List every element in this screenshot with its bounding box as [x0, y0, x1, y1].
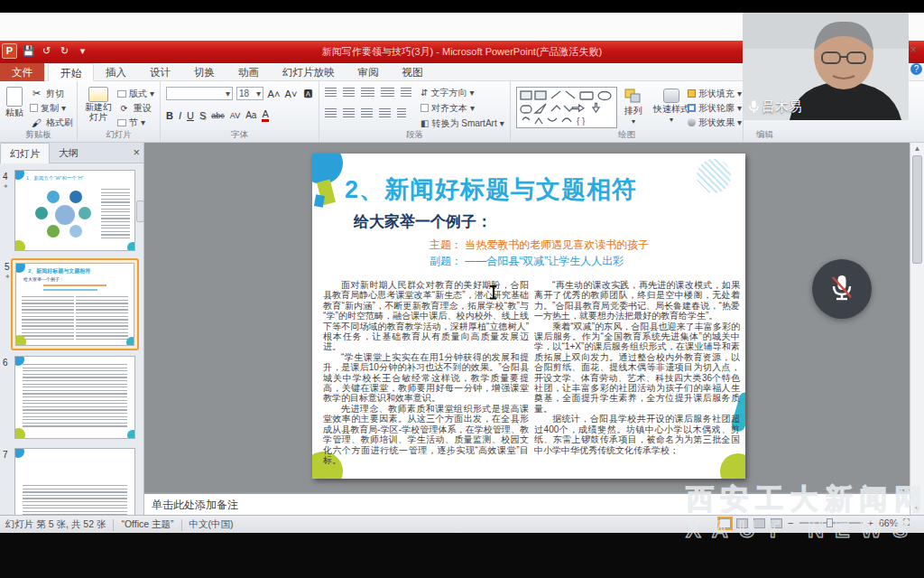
thumb-deco — [14, 170, 24, 180]
numbering-icon[interactable] — [343, 88, 355, 97]
group-paragraph: ⇵文字方向 ▾ 对齐文本 ▾ ◧转换为 SmartArt ▾ 段落 — [319, 81, 511, 142]
shape-effects-button[interactable]: 形状效果 ▾ — [688, 117, 742, 128]
align-right-icon[interactable] — [361, 108, 373, 117]
text-cursor — [489, 285, 497, 299]
thumb-text-lines — [22, 296, 74, 341]
slideshow-view-button[interactable] — [771, 518, 782, 528]
slide-thumbnail-4[interactable]: 4 ✦ 1、新闻五个“W”和一个“H” — [14, 170, 135, 251]
shapes-gallery[interactable]: { } — [516, 87, 617, 128]
bullets-icon[interactable] — [325, 88, 337, 97]
group-font: ▾ 18▾ A˄ A˅ 🅰 B I U S abc AV Aa A 字体 — [161, 81, 319, 142]
tab-design[interactable]: 设计 — [138, 63, 182, 81]
scissors-icon: ✂ — [30, 88, 43, 99]
group-label-slides: 幻灯片 — [78, 129, 160, 141]
smartart-icon: ◧ — [420, 118, 429, 128]
increase-indent-icon[interactable] — [381, 88, 394, 97]
slide-thumbnail-7[interactable]: 7 — [14, 448, 135, 515]
arrange-button[interactable]: 排列▾ — [624, 89, 642, 126]
group-label-font: 字体 — [161, 129, 319, 141]
font-color-button[interactable]: A — [262, 108, 268, 122]
paste-button[interactable]: 粘贴 — [5, 87, 23, 119]
current-slide[interactable]: 2、新闻好标题与文题相符 给大家举一个例子： 主题： 当热爱教书的老师遇见喜欢读… — [312, 154, 745, 479]
section-icon — [117, 119, 126, 126]
shape-fill-button[interactable]: 形状填充 ▾ — [688, 88, 742, 99]
body-paragraph: 据统计，合阳县学校共开设的课后服务社团超过400个，成绩斐然。坊镇中心小学以木偶… — [534, 414, 740, 455]
slide-thumbnail-5-selected[interactable]: 5 ✦ 2、新闻好标题与文题相符 给大家举一个例子： — [11, 258, 139, 350]
character-spacing-button[interactable]: AV — [230, 111, 240, 120]
participant-video[interactable]: 吕木易 — [743, 13, 909, 120]
align-left-icon[interactable] — [325, 108, 337, 117]
italic-button[interactable]: I — [179, 110, 181, 121]
thumb-deco — [15, 263, 25, 273]
slide-title: 2、新闻好标题与文题相符 — [345, 173, 637, 206]
vertical-scrollbar[interactable]: ▲ ▼ — [910, 143, 924, 515]
tab-transitions[interactable]: 切换 — [182, 63, 226, 81]
tab-view[interactable]: 视图 — [391, 63, 435, 81]
slide-thumbnail-6[interactable]: 6 — [14, 356, 135, 439]
align-text-button[interactable]: 对齐文本 ▾ — [420, 102, 504, 114]
thumb-title: 2、新闻好标题与文题相符 — [28, 267, 90, 275]
columns-icon[interactable] — [397, 108, 406, 117]
convert-smartart-button[interactable]: ◧转换为 SmartArt ▾ — [420, 117, 504, 129]
line-spacing-icon[interactable] — [401, 88, 411, 97]
text-shadow-button[interactable]: S — [199, 110, 206, 121]
justify-icon[interactable] — [379, 108, 391, 117]
layout-button[interactable]: 版式 ▾ — [117, 88, 154, 99]
tab-file[interactable]: 文件 — [0, 63, 44, 81]
microphone-mute-button[interactable] — [812, 259, 872, 319]
copy-button[interactable]: 复制 ▾ — [30, 102, 73, 114]
quick-styles-button[interactable]: 快速样式▾ — [653, 89, 689, 124]
tab-slideshow[interactable]: 幻灯片放映 — [271, 63, 346, 81]
shape-effects-icon — [688, 118, 696, 126]
zoom-out-icon[interactable]: − — [788, 517, 793, 528]
strikethrough-button[interactable]: abc — [211, 111, 225, 120]
paste-icon — [6, 87, 23, 107]
clear-formatting-icon[interactable]: 🅰 — [301, 88, 315, 99]
zoom-percentage[interactable]: 66% — [879, 517, 898, 528]
diagram-circle — [69, 191, 82, 203]
slide-topic-line: 主题： 当热爱教书的老师遇见喜欢读书的孩子 — [430, 238, 649, 253]
help-icon[interactable]: ? — [910, 63, 922, 75]
cut-button[interactable]: ✂剪切 — [30, 88, 73, 99]
align-center-icon[interactable] — [343, 108, 355, 117]
underline-button[interactable]: U — [187, 110, 194, 121]
language-indicator[interactable]: 中文(中国) — [189, 518, 234, 531]
thumb-text-lines — [101, 189, 130, 238]
reset-icon: ⟳ — [117, 104, 131, 113]
reading-view-button[interactable] — [753, 518, 765, 528]
slide-sorter-view-button[interactable] — [736, 518, 748, 528]
format-painter-icon: 🖌 — [30, 117, 43, 128]
tab-outline[interactable]: 大纲 — [50, 143, 88, 163]
normal-view-button[interactable] — [719, 518, 731, 528]
zoom-slider-handle[interactable] — [827, 518, 833, 527]
change-case-button[interactable]: Aa — [245, 110, 256, 120]
panel-close-icon[interactable]: × — [133, 145, 140, 159]
decrease-indent-icon[interactable] — [361, 88, 374, 97]
grow-font-icon[interactable]: A˄ — [267, 89, 281, 99]
scrollbar-thumb[interactable] — [912, 155, 922, 264]
text-direction-button[interactable]: ⇵文字方向 ▾ — [420, 87, 504, 98]
close-icon[interactable]: × — [910, 43, 917, 56]
tab-home[interactable]: 开始 — [48, 63, 94, 81]
thumb-deco — [127, 242, 135, 251]
font-name-combobox[interactable]: ▾ — [166, 87, 233, 100]
font-size-combobox[interactable]: 18▾ — [236, 87, 263, 100]
scroll-up-icon[interactable]: ▲ — [910, 144, 924, 153]
bold-button[interactable]: B — [166, 110, 173, 121]
format-painter-button[interactable]: 🖌格式刷 — [30, 117, 73, 128]
zoom-slider[interactable] — [799, 522, 863, 524]
tab-slides-thumbnails[interactable]: 幻灯片 — [0, 143, 50, 163]
fit-to-window-icon[interactable]: ⛶ — [903, 517, 910, 528]
notes-pane[interactable]: 单击此处添加备注 — [144, 492, 910, 515]
shrink-font-icon[interactable]: A˅ — [284, 89, 298, 99]
new-slide-button[interactable]: 新建幻灯片 — [81, 87, 116, 122]
tab-review[interactable]: 审阅 — [346, 63, 391, 81]
tab-insert[interactable]: 插入 — [94, 63, 138, 81]
zoom-in-icon[interactable]: + — [868, 517, 873, 528]
reset-button[interactable]: ⟳重设 — [117, 102, 154, 114]
tab-animations[interactable]: 动画 — [226, 63, 271, 81]
panel-splitter-handle[interactable] — [136, 200, 144, 222]
shape-outline-button[interactable]: 形状轮廓 ▾ — [688, 102, 742, 114]
section-button[interactable]: 节 ▾ — [117, 117, 154, 128]
scroll-down-icon[interactable]: ▼ — [910, 505, 924, 513]
